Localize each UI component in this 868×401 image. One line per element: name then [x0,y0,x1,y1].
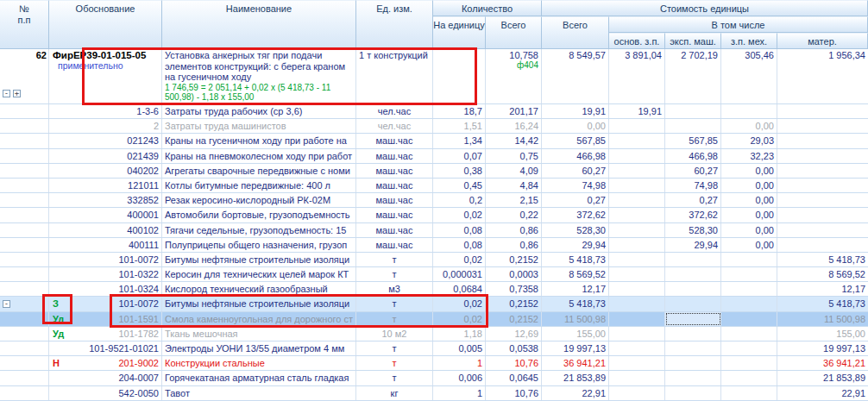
machine-cost-cell[interactable]: 528,30 [665,223,721,237]
per-unit-cell[interactable]: 0,02 [433,312,486,326]
machine-cost-cell[interactable]: 29,94 [665,238,721,252]
machine-cost-cell[interactable] [665,341,721,355]
name-cell[interactable]: Битумы нефтяные строительные изоляци [162,297,356,310]
position-name-cell[interactable]: Установка анкерных тяг при подачи элемен… [162,49,356,103]
qty-total-cell[interactable]: 10,76 [486,386,542,400]
machine-cost-cell[interactable]: 466,98 [665,149,721,163]
basis-cell[interactable]: З 101-0072 [49,297,162,310]
name-cell[interactable]: Автомобили бортовые, грузоподъемность [162,208,356,222]
unit-cell[interactable]: маш.час [356,208,433,222]
materials-cell[interactable] [777,164,868,178]
collapse-icon[interactable]: - [3,90,10,97]
qty-total-cell[interactable]: 0,2152 [486,312,542,326]
machine-cost-cell[interactable] [665,267,721,281]
position-per-unit-cell[interactable] [433,49,486,103]
basis-cell[interactable]: 1-3-6 [49,104,162,118]
position-zpm-cell[interactable]: 305,46 [721,49,777,103]
table-row[interactable]: 400001 Автомобили бортовые, грузоподъемн… [0,208,868,222]
table-row[interactable]: 121011 Котлы битумные передвижные: 400 л… [0,179,868,193]
cost-total-cell[interactable]: 5 418,73 [542,253,609,266]
unit-cell[interactable]: маш.час [356,223,433,237]
materials-cell[interactable]: 12,17 [777,282,868,296]
machine-cost-cell[interactable] [665,356,721,370]
unit-cell[interactable]: маш.час [356,149,433,163]
base-salary-cell[interactable] [609,267,665,281]
position-basis-cell[interactable]: ФирЕР39-01-015-05 применительно [49,49,162,103]
materials-cell[interactable] [777,238,868,252]
unit-cell[interactable]: т [356,356,433,370]
basis-cell[interactable]: 332852 [49,193,162,207]
basis-cell[interactable]: Уд 101-1782 [49,327,162,341]
base-salary-cell[interactable] [609,238,665,252]
basis-cell[interactable]: 101-9521-01021 [49,341,162,355]
qty-total-cell[interactable]: 0,75 [486,149,542,163]
qty-total-cell[interactable]: 0,2152 [486,253,542,266]
machine-cost-cell[interactable] [665,312,721,326]
basis-cell[interactable]: 021439 [49,149,162,163]
machinist-salary-cell[interactable] [721,371,777,385]
machine-cost-cell[interactable]: 74,98 [665,179,721,192]
unit-cell[interactable]: т [356,297,433,310]
per-unit-cell[interactable]: 0,0684 [433,282,486,296]
name-cell[interactable]: Ткань мешочная [162,327,356,341]
materials-cell[interactable] [777,208,868,222]
cost-total-cell[interactable]: 36 941,21 [542,356,609,370]
table-row[interactable]: 021243 Краны на гусеничном ходу при рабо… [0,134,868,148]
machinist-salary-cell[interactable] [721,327,777,341]
materials-cell[interactable]: 155,00 [777,327,868,341]
per-unit-cell[interactable]: 1 [433,356,486,370]
base-salary-cell[interactable]: 19,91 [609,104,665,118]
basis-cell[interactable]: 021243 [49,134,162,147]
table-row[interactable]: 204-0007 Горячекатаная арматурная сталь … [0,371,868,385]
machine-cost-cell[interactable] [665,297,721,310]
qty-total-cell[interactable]: 0,0538 [486,341,542,355]
basis-cell[interactable]: 400001 [49,208,162,222]
machine-cost-cell[interactable] [665,253,721,266]
unit-cell[interactable]: 10 м2 [356,327,433,341]
cost-total-cell[interactable]: 29,94 [542,238,609,252]
per-unit-cell[interactable]: 0,07 [433,149,486,163]
cost-total-cell[interactable]: 19 997,13 [542,341,609,355]
unit-cell[interactable]: чел.час [356,119,433,133]
qty-total-cell[interactable]: 0,86 [486,238,542,252]
materials-cell[interactable] [777,193,868,207]
table-row[interactable]: 101-0322 Керосин для технических целей м… [0,267,868,282]
per-unit-cell[interactable]: 0,08 [433,223,486,237]
materials-cell[interactable] [777,149,868,163]
basis-cell[interactable]: 101-0324 [49,282,162,296]
base-salary-cell[interactable] [609,341,665,355]
per-unit-cell[interactable]: 0,000031 [433,267,486,281]
machinist-salary-cell[interactable]: 29,03 [721,134,777,147]
materials-cell[interactable]: 5 418,73 [777,253,868,266]
name-cell[interactable]: Битумы нефтяные строительные изоляци [162,253,356,266]
qty-total-cell[interactable]: 0,0003 [486,267,542,281]
cost-total-cell[interactable]: 11 500,98 [542,312,609,326]
cost-total-cell[interactable]: 22,91 [542,386,609,400]
qty-total-cell[interactable]: 10,76 [486,356,542,370]
basis-cell[interactable]: 400111 [49,238,162,252]
basis-cell[interactable]: 040202 [49,164,162,178]
basis-cell[interactable]: 101-0322 [49,267,162,281]
machinist-salary-cell[interactable] [721,341,777,355]
table-row[interactable]: 400102 Тягачи седельные, грузоподъемност… [0,223,868,238]
materials-cell[interactable]: 11 500,98 [777,312,868,326]
cost-total-cell[interactable]: 528,30 [542,223,609,237]
machinist-salary-cell[interactable]: 32,23 [721,149,777,163]
name-cell[interactable]: Электроды УОНИ 13/55 диаметром 4 мм [162,341,356,355]
unit-cell[interactable]: т [356,253,433,266]
name-cell[interactable]: Керосин для технических целей марок КТ [162,267,356,281]
machinist-salary-cell[interactable] [721,356,777,370]
table-row[interactable]: 400111 Полуприцепы общего назначения, гр… [0,238,868,253]
basis-cell[interactable]: 2 [49,119,162,133]
per-unit-cell[interactable]: 1 [433,386,486,400]
machinist-salary-cell[interactable]: 0,00 [721,208,777,222]
base-salary-cell[interactable] [609,327,665,341]
cost-total-cell[interactable]: 372,62 [542,208,609,222]
cost-total-cell[interactable]: 567,85 [542,134,609,147]
machinist-salary-cell[interactable]: 0,00 [721,193,777,207]
base-salary-cell[interactable] [609,149,665,163]
qty-total-cell[interactable]: 0,0645 [486,371,542,385]
name-cell[interactable]: Краны на пневмоколесном ходу при работ [162,149,356,163]
cost-total-cell[interactable]: 12,17 [542,282,609,296]
machine-cost-cell[interactable]: 567,85 [665,134,721,147]
